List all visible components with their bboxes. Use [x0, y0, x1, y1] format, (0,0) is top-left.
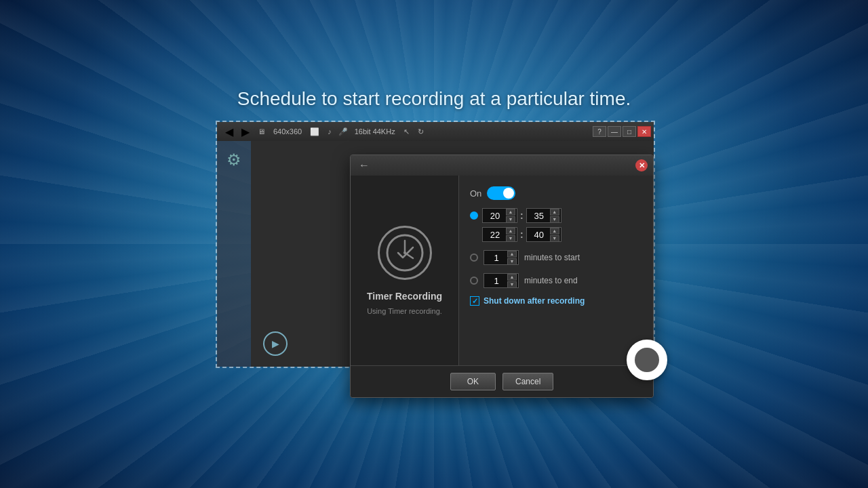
start-min-down[interactable]: ▼	[550, 216, 559, 223]
minutes-end-label: minutes to end	[524, 276, 578, 285]
minutes-end-row: 1 ▲ ▼ minutes to end	[470, 273, 642, 288]
dialog-right-panel: On 20	[459, 176, 653, 365]
minutes-end-radio[interactable]	[470, 277, 478, 285]
minutes-end-up[interactable]: ▲	[507, 274, 517, 281]
start-time-radio[interactable]	[470, 211, 478, 220]
audio-label: 16bit 44KHz	[352, 127, 398, 136]
start-time-block: 20 ▲ ▼ : 35	[482, 208, 561, 223]
resolution-label: 640x360	[271, 127, 304, 136]
help-button[interactable]: ?	[593, 126, 606, 137]
cursor-icon: ↖	[401, 127, 412, 136]
record-button[interactable]	[627, 340, 667, 380]
minutes-start-row: 1 ▲ ▼ minutes to start	[470, 250, 642, 265]
end-min-down[interactable]: ▼	[550, 235, 559, 242]
dialog-back-button[interactable]: ←	[356, 159, 372, 171]
dialog-body: Timer Recording Using Timer recording. O…	[351, 176, 653, 365]
start-hour-down[interactable]: ▼	[506, 216, 515, 223]
colon-2: :	[520, 229, 524, 240]
end-hour-spinner: ▲ ▼	[506, 228, 515, 242]
minutes-end-spinner: ▲ ▼	[507, 274, 517, 288]
minutes-start-label: minutes to start	[524, 253, 580, 262]
record-inner-circle	[635, 348, 659, 372]
timer-recording-dialog: ← ✕	[350, 155, 654, 398]
start-min-up[interactable]: ▲	[550, 209, 559, 216]
end-hour-input[interactable]: 22 ▲ ▼	[482, 227, 517, 242]
shutdown-row: ✓ Shut down after recording	[470, 296, 642, 306]
end-time-inputs: 22 ▲ ▼ : 40	[482, 227, 561, 242]
app-content: ▶ ← ✕	[251, 141, 654, 367]
start-hour-value: 20	[484, 211, 506, 221]
end-min-spinner: ▲ ▼	[550, 228, 559, 242]
colon-1: :	[520, 210, 524, 221]
minutes-end-value: 1	[486, 276, 507, 286]
dialog-left-panel: Timer Recording Using Timer recording.	[351, 176, 459, 365]
minutes-start-down[interactable]: ▼	[507, 258, 517, 265]
mic-icon: 🎤	[337, 127, 349, 136]
start-hour-spinner: ▲ ▼	[506, 209, 515, 223]
start-min-input[interactable]: 35 ▲ ▼	[526, 208, 561, 223]
start-min-value: 35	[528, 211, 550, 221]
clock-icon	[378, 226, 432, 280]
refresh-icon: ↻	[415, 127, 427, 136]
screen-icon: ⬜	[307, 127, 322, 136]
start-time-inputs: 20 ▲ ▼ : 35	[482, 208, 561, 223]
nav-back-icon[interactable]: ◀	[222, 125, 236, 138]
minutes-end-down[interactable]: ▼	[507, 281, 517, 288]
settings-sidebar: ⚙	[217, 141, 251, 367]
titlebar-right: ? — □ ✕	[590, 126, 654, 137]
gear-icon[interactable]: ⚙	[222, 148, 246, 172]
end-hour-value: 22	[484, 230, 506, 240]
checkmark-icon: ✓	[472, 297, 478, 306]
minutes-start-radio[interactable]	[470, 253, 478, 262]
cancel-button[interactable]: Cancel	[502, 373, 553, 390]
end-hour-up[interactable]: ▲	[506, 228, 515, 235]
monitor-icon: 🖥	[255, 127, 268, 136]
on-off-toggle[interactable]	[487, 186, 515, 200]
minutes-start-input[interactable]: 1 ▲ ▼	[484, 250, 519, 265]
clock-svg	[384, 232, 425, 273]
end-min-up[interactable]: ▲	[550, 228, 559, 235]
music-icon: ♪	[325, 127, 334, 136]
close-button[interactable]: ✕	[637, 126, 651, 137]
shutdown-checkbox[interactable]: ✓	[470, 296, 479, 306]
app-window: ◀ ▶ 🖥 640x360 ⬜ ♪ 🎤 16bit 44KHz ↖ ↻ ? — …	[216, 121, 655, 368]
end-time-row: 22 ▲ ▼ : 40	[470, 227, 642, 242]
ok-button[interactable]: OK	[450, 373, 496, 390]
dialog-close-button[interactable]: ✕	[635, 159, 648, 171]
minimize-button[interactable]: —	[608, 126, 621, 137]
on-label: On	[470, 188, 481, 199]
start-hour-up[interactable]: ▲	[506, 209, 515, 216]
timer-recording-title: Timer Recording	[367, 291, 442, 302]
end-min-input[interactable]: 40 ▲ ▼	[526, 227, 561, 242]
maximize-button[interactable]: □	[623, 126, 636, 137]
minutes-start-spinner: ▲ ▼	[507, 251, 517, 265]
headline: Schedule to start recording at a particu…	[0, 88, 868, 110]
start-time-row: 20 ▲ ▼ : 35	[470, 208, 642, 223]
minutes-start-up[interactable]: ▲	[507, 251, 517, 258]
start-min-spinner: ▲ ▼	[550, 209, 559, 223]
start-hour-input[interactable]: 20 ▲ ▼	[482, 208, 517, 223]
dialog-titlebar: ← ✕	[351, 155, 653, 176]
timer-recording-subtitle: Using Timer recording.	[367, 307, 442, 315]
end-time-block: 22 ▲ ▼ : 40	[482, 227, 561, 242]
nav-fwd-icon[interactable]: ▶	[239, 125, 252, 138]
end-hour-down[interactable]: ▼	[506, 235, 515, 242]
time-range-section: 20 ▲ ▼ : 35	[470, 208, 642, 242]
dialog-footer: OK Cancel	[351, 365, 653, 397]
dialog-overlay: ← ✕	[251, 141, 654, 367]
minutes-start-value: 1	[486, 253, 507, 263]
titlebar-left: ◀ ▶ 🖥 640x360 ⬜ ♪ 🎤 16bit 44KHz ↖ ↻	[217, 125, 432, 138]
end-min-value: 40	[528, 230, 550, 240]
app-titlebar: ◀ ▶ 🖥 640x360 ⬜ ♪ 🎤 16bit 44KHz ↖ ↻ ? — …	[217, 122, 654, 141]
toggle-row: On	[470, 186, 642, 200]
minutes-end-input[interactable]: 1 ▲ ▼	[484, 273, 519, 288]
shutdown-label: Shut down after recording	[484, 296, 585, 306]
